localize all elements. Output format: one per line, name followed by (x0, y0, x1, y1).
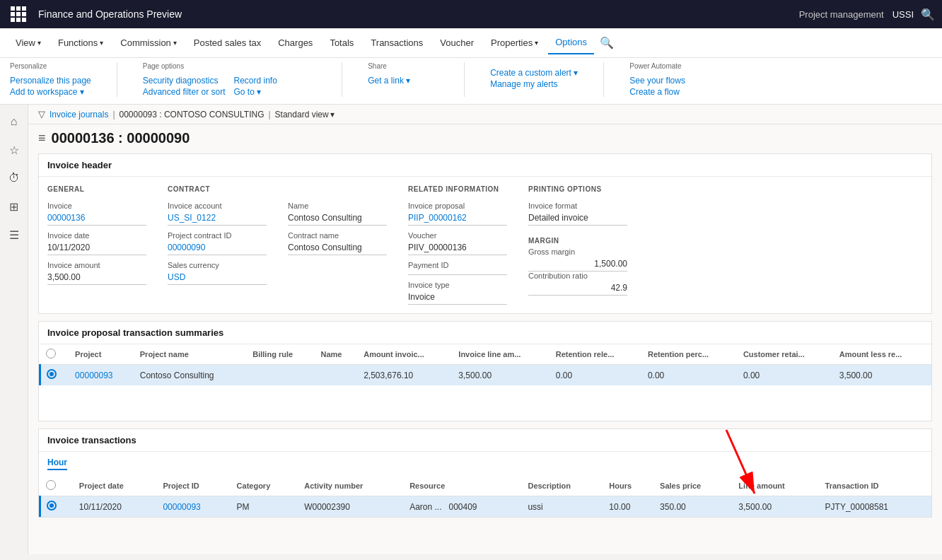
global-search-icon[interactable]: 🔍 (921, 8, 935, 21)
txn-col-category[interactable]: Category (231, 476, 299, 496)
txn-col-hours[interactable]: Hours (603, 476, 654, 496)
menu-view[interactable]: View ▾ (8, 32, 48, 54)
txn-row-radio[interactable] (47, 501, 57, 511)
general-group: GENERAL Invoice 00000136 Invoice date 10… (47, 185, 146, 305)
top-bar: Finance and Operations Preview Project m… (0, 0, 942, 28)
col-amount-less[interactable]: Amount less re... (834, 344, 931, 365)
format-value: Detailed invoice (528, 211, 627, 226)
col-check (40, 344, 70, 365)
txn-project-id: 00000093 (157, 496, 231, 518)
txn-col-transaction-id[interactable]: Transaction ID (820, 476, 931, 496)
menu-bar: View ▾ Functions ▾ Commission ▾ Posted s… (0, 28, 942, 58)
ribbon-goto[interactable]: Go to ▾ (233, 87, 316, 97)
txn-header-checkbox[interactable] (46, 480, 56, 490)
col-name[interactable]: Name (315, 344, 358, 365)
ribbon-security-diag[interactable]: Security diagnostics (143, 76, 226, 86)
txn-description: ussi (522, 496, 603, 518)
sidebar-favorites[interactable]: ☆ (3, 139, 25, 161)
invoice-value[interactable]: 00000136 (47, 211, 146, 226)
apps-button[interactable] (7, 3, 30, 25)
sidebar-recent[interactable]: ⏱ (3, 167, 25, 189)
menu-options[interactable]: Options (548, 31, 594, 54)
menu-charges[interactable]: Charges (271, 32, 320, 54)
txn-transaction-id: PJTY_00008581 (820, 496, 931, 518)
functions-chevron: ▾ (100, 39, 103, 47)
ribbon-advanced-filter[interactable]: Advanced filter or sort (143, 87, 226, 97)
txn-sales-price: 350.00 (654, 496, 733, 518)
invoice-date-label: Invoice date (47, 231, 146, 240)
col-amount-invoic[interactable]: Amount invoic... (358, 344, 453, 365)
transactions-table-header: Project date Project ID Category Activit… (40, 476, 932, 496)
currency-value[interactable]: USD (168, 271, 267, 285)
col-customer-retai[interactable]: Customer retai... (738, 344, 834, 365)
menu-voucher[interactable]: Voucher (433, 32, 481, 54)
ribbon-record-info[interactable]: Record info (233, 76, 316, 86)
proposal-empty-space (39, 385, 931, 421)
page-list-icon[interactable]: ≡ (38, 131, 46, 146)
txn-col-resource[interactable]: Resource (404, 476, 522, 496)
contract-group: CONTRACT Invoice account US_SI_0122 Proj… (168, 185, 267, 305)
txn-col-description[interactable]: Description (522, 476, 603, 496)
app-module: Project management (799, 9, 884, 20)
col-billing-rule[interactable]: Billing rule (247, 344, 315, 365)
col-project[interactable]: Project (69, 344, 134, 365)
sidebar-workspaces[interactable]: ⊞ (3, 195, 25, 218)
col-invoice-line[interactable]: Invoice line am... (453, 344, 550, 365)
transaction-row[interactable]: 10/11/2020 00000093 PM W00002390 Aaron .… (40, 496, 932, 518)
voucher-label: Voucher (408, 231, 507, 240)
ribbon-personalize-page[interactable]: Personalize this page (10, 76, 91, 86)
txn-col-project-date[interactable]: Project date (74, 476, 158, 496)
menu-functions[interactable]: Functions ▾ (51, 32, 110, 54)
currency-field: Sales currency USD (168, 261, 267, 285)
breadcrumb-link[interactable]: Invoice journals (50, 110, 108, 119)
menu-properties[interactable]: Properties ▾ (484, 32, 545, 54)
proposal-table-row[interactable]: 00000093 Contoso Consulting 2,503,676.10… (40, 365, 932, 386)
invoice-date-field: Invoice date 10/11/2020 (47, 231, 146, 255)
ribbon-manage-alerts[interactable]: Manage my alerts (490, 79, 578, 89)
txn-col-sales-price[interactable]: Sales price (654, 476, 733, 496)
col-project-name[interactable]: Project name (134, 344, 247, 365)
proposal-value[interactable]: PIIP_00000162 (408, 211, 507, 226)
payment-id-field: Payment ID (408, 261, 507, 275)
main-layout: ⌂ ☆ ⏱ ⊞ ☰ ▽ Invoice journals | 00000093 … (0, 105, 942, 554)
header-checkbox[interactable] (46, 349, 56, 358)
contract-id-value[interactable]: 00000090 (168, 241, 267, 255)
transactions-table-container: Project date Project ID Category Activit… (39, 476, 931, 517)
ribbon-see-flows[interactable]: See your flows (629, 76, 700, 86)
contract-id-label: Project contract ID (168, 231, 267, 240)
col-retention-perc[interactable]: Retention perc... (642, 344, 738, 365)
app-title: Finance and Operations Preview (38, 8, 791, 20)
user-label: USSI (892, 9, 914, 20)
menu-commission[interactable]: Commission ▾ (113, 32, 184, 54)
ribbon-create-flow[interactable]: Create a flow (629, 87, 700, 97)
breadcrumb-view[interactable]: Standard view ▾ (275, 110, 335, 119)
proposal-summaries-title: Invoice proposal transaction summaries (39, 322, 931, 344)
ribbon-page-options-title: Page options (143, 62, 316, 70)
ribbon-add-to-workspace[interactable]: Add to workspace ▾ (10, 87, 91, 97)
ribbon-get-link[interactable]: Get a link ▾ (368, 76, 438, 86)
sidebar-home[interactable]: ⌂ (3, 110, 25, 133)
ribbon-custom-alert[interactable]: Create a custom alert ▾ (490, 68, 578, 78)
general-title: GENERAL (47, 185, 146, 193)
account-value[interactable]: US_SI_0122 (168, 211, 267, 226)
txn-col-line-amount[interactable]: Line amount (733, 476, 819, 496)
row-radio-cell (40, 365, 70, 386)
proposal-retention-rele: 0.00 (550, 365, 642, 386)
ribbon-sep-1 (117, 62, 117, 97)
menu-posted-sales-tax[interactable]: Posted sales tax (187, 32, 268, 54)
menu-search-icon[interactable]: 🔍 (600, 36, 614, 49)
txn-col-activity[interactable]: Activity number (298, 476, 404, 496)
menu-transactions[interactable]: Transactions (364, 32, 430, 54)
row-radio[interactable] (47, 369, 57, 379)
sidebar-list[interactable]: ☰ (3, 223, 25, 246)
menu-totals[interactable]: Totals (322, 32, 361, 54)
hour-label-container: Hour (39, 452, 931, 476)
properties-chevron: ▾ (535, 39, 538, 47)
payment-id-value (408, 271, 507, 275)
invoice-date-value: 10/11/2020 (47, 241, 146, 255)
related-title: RELATED INFORMATION (408, 185, 507, 193)
txn-col-project-id[interactable]: Project ID (157, 476, 231, 496)
proposal-field: Invoice proposal PIIP_00000162 (408, 202, 507, 226)
col-retention-rele[interactable]: Retention rele... (550, 344, 642, 365)
contract-name-field: Contract name Contoso Consulting (288, 231, 387, 255)
